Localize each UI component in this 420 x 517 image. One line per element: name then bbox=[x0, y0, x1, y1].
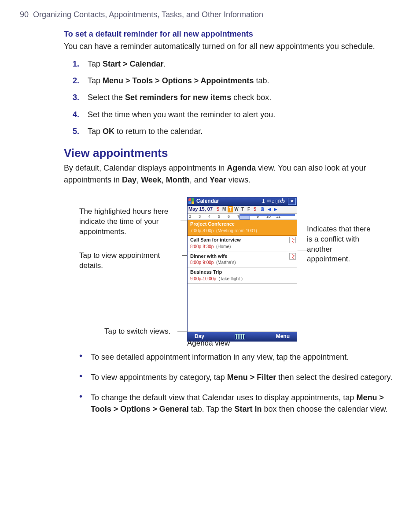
agenda-list: Project Conference 7:00p-8:00p (Meeting … bbox=[188, 220, 297, 284]
bullet-3: To change the default view that Calendar… bbox=[79, 392, 400, 415]
step-4: Set the time when you want the reminder … bbox=[73, 109, 400, 120]
page-header: 90 Organizing Contacts, Appointments, Ta… bbox=[20, 9, 400, 20]
callout-view-details: Tap to view appointment details. bbox=[79, 251, 181, 271]
agenda-item[interactable]: Dinner with wife 8:00p-9:00p (Martha's) bbox=[188, 252, 297, 268]
agenda-item[interactable]: Call Sam for interview 8:00p-8:30p (Home… bbox=[188, 236, 297, 252]
dow-tue-today[interactable]: T bbox=[228, 206, 233, 213]
callout-switch-views: Tap to switch views. bbox=[104, 327, 170, 337]
dow-wed[interactable]: W bbox=[234, 206, 239, 213]
figure-wrap: The highlighted hours here indicate the … bbox=[20, 197, 400, 347]
hour-tick: 4 bbox=[208, 214, 218, 219]
step-3: Select the Set reminders for new items c… bbox=[73, 92, 400, 103]
callout-line bbox=[177, 331, 188, 331]
phone-screenshot: Calendar 1 ✉ ⌕ ▯ıl ⏻ ✕ May 15, 07 S M T … bbox=[187, 197, 297, 342]
dow-mon[interactable]: M bbox=[221, 206, 227, 213]
windows-flag-icon bbox=[188, 198, 195, 205]
dow-thu[interactable]: T bbox=[240, 206, 245, 213]
app-title: Calendar bbox=[196, 197, 219, 205]
agenda-blank-area bbox=[188, 284, 297, 332]
callout-line bbox=[296, 250, 307, 250]
step-2: Tap Menu > Tools > Options > Appointment… bbox=[73, 75, 400, 86]
softkey-right[interactable]: Menu bbox=[276, 333, 290, 340]
agenda-item-detail: 8:00p-9:00p (Martha's) bbox=[190, 260, 295, 266]
view-paragraph: By default, Calendar displays appointmen… bbox=[64, 162, 400, 185]
agenda-item-title: Call Sam for interview bbox=[190, 237, 295, 244]
phone-titlebar: Calendar 1 ✉ ⌕ ▯ıl ⏻ ✕ bbox=[188, 197, 297, 206]
page-number: 90 bbox=[20, 10, 29, 19]
close-button[interactable]: ✕ bbox=[288, 198, 296, 205]
bullet-2: To view appointments by category, tap Me… bbox=[79, 372, 400, 383]
figure-caption: Agenda view bbox=[187, 338, 230, 349]
dow-sun[interactable]: S bbox=[215, 206, 221, 213]
appointment-band bbox=[239, 214, 295, 216]
dow-fri[interactable]: F bbox=[246, 206, 251, 213]
conflict-icon bbox=[289, 237, 296, 243]
agenda-item-detail: 8:00p-8:30p (Home) bbox=[190, 244, 295, 250]
section-subheading: To set a default reminder for all new ap… bbox=[64, 28, 400, 40]
intro-paragraph: You can have a reminder automatically tu… bbox=[64, 41, 400, 52]
step-5: Tap OK to return to the calendar. bbox=[73, 126, 400, 137]
hour-tick: 5 bbox=[218, 214, 228, 219]
agenda-item-title: Project Conference bbox=[190, 221, 295, 228]
agenda-item-title: Dinner with wife bbox=[190, 253, 295, 260]
date-bar[interactable]: May 15, 07 S M T W T F S 🗓 ◀ ▶ bbox=[188, 206, 297, 214]
callout-highlighted-hours: The highlighted hours here indicate the … bbox=[79, 207, 181, 237]
section-heading: View appointments bbox=[64, 145, 400, 162]
keyboard-icon[interactable] bbox=[235, 334, 245, 339]
current-date: May 15, 07 bbox=[188, 206, 213, 213]
bullet-list: To see detailed appointment information … bbox=[79, 351, 400, 415]
agenda-item-selected[interactable]: Project Conference 7:00p-8:00p (Meeting … bbox=[188, 220, 297, 236]
hour-tick: 2 bbox=[189, 214, 199, 219]
hour-tick: 3 bbox=[199, 214, 208, 219]
hours-bar: 2 3 4 5 6 7 8 9 10 11 bbox=[188, 214, 297, 220]
agenda-item-title: Business Trip bbox=[190, 269, 295, 276]
tray-icons: ✉ ⌕ ▯ıl ⏻ bbox=[266, 198, 284, 205]
agenda-item[interactable]: Business Trip 9:00p-10:00p (Take flight … bbox=[188, 268, 297, 284]
dow-sat[interactable]: S bbox=[252, 206, 258, 213]
agenda-item-detail: 7:00p-8:00p (Meeting room 1001) bbox=[190, 228, 295, 234]
chapter-title: Organizing Contacts, Appointments, Tasks… bbox=[33, 10, 263, 19]
agenda-item-detail: 9:00p-10:00p (Take flight ) bbox=[190, 276, 295, 283]
step-1: Tap Start > Calendar. bbox=[73, 58, 400, 70]
next-nav-icon[interactable]: ▶ bbox=[274, 206, 277, 213]
tray-notification-count: 1 bbox=[262, 198, 265, 205]
bullet-1: To see detailed appointment information … bbox=[79, 351, 400, 363]
hour-tick: 6 bbox=[228, 214, 237, 219]
conflict-icon bbox=[289, 253, 296, 260]
callout-conflict: Indicates that there is a conflict with … bbox=[307, 224, 377, 265]
prev-nav-icon[interactable]: ◀ bbox=[268, 206, 271, 213]
steps-list: Tap Start > Calendar. Tap Menu > Tools >… bbox=[73, 58, 400, 137]
calendar-nav-icon[interactable]: 🗓 bbox=[260, 206, 265, 213]
